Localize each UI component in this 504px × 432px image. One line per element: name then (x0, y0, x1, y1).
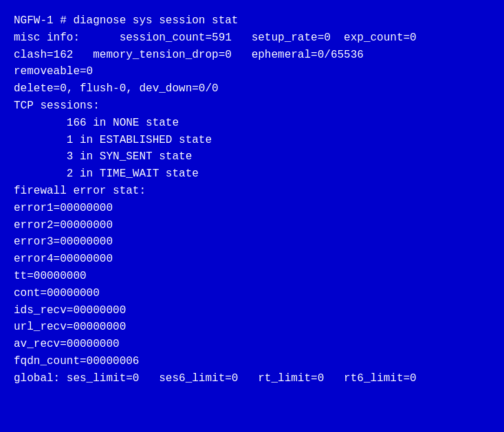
terminal-line-6: 166 in NONE state (14, 115, 490, 132)
terminal-line-8: 3 in SYN_SENT state (14, 148, 490, 166)
terminal-line-3: removeable=0 (14, 63, 490, 80)
terminal-line-9: 2 in TIME_WAIT state (14, 166, 490, 183)
terminal-line-12: error2=00000000 (14, 217, 490, 234)
terminal-line-15: tt=00000000 (14, 268, 490, 285)
terminal-line-13: error3=00000000 (14, 234, 490, 251)
terminal-line-1: misc info: session_count=591 setup_rate=… (14, 30, 490, 47)
terminal-line-17: ids_recv=00000000 (14, 302, 490, 319)
terminal-line-14: error4=00000000 (14, 251, 490, 268)
terminal-line-21: global: ses_limit=0 ses6_limit=0 rt_limi… (14, 370, 490, 387)
terminal-line-0: NGFW-1 # diagnose sys session stat (14, 12, 490, 30)
terminal-output: NGFW-1 # diagnose sys session statmisc i… (0, 0, 504, 432)
terminal-line-5: TCP sessions: (14, 98, 490, 115)
terminal-line-4: delete=0, flush-0, dev_down=0/0 (14, 80, 490, 98)
terminal-line-11: error1=00000000 (14, 200, 490, 217)
terminal-line-19: av_recv=00000000 (14, 336, 490, 353)
terminal-line-10: firewall error stat: (14, 183, 490, 200)
terminal-line-20: fqdn_count=00000006 (14, 353, 490, 370)
terminal-line-16: cont=00000000 (14, 285, 490, 302)
terminal-line-7: 1 in ESTABLISHED state (14, 132, 490, 149)
terminal-line-18: url_recv=00000000 (14, 319, 490, 336)
terminal-line-2: clash=162 memory_tension_drop=0 ephemera… (14, 47, 490, 64)
